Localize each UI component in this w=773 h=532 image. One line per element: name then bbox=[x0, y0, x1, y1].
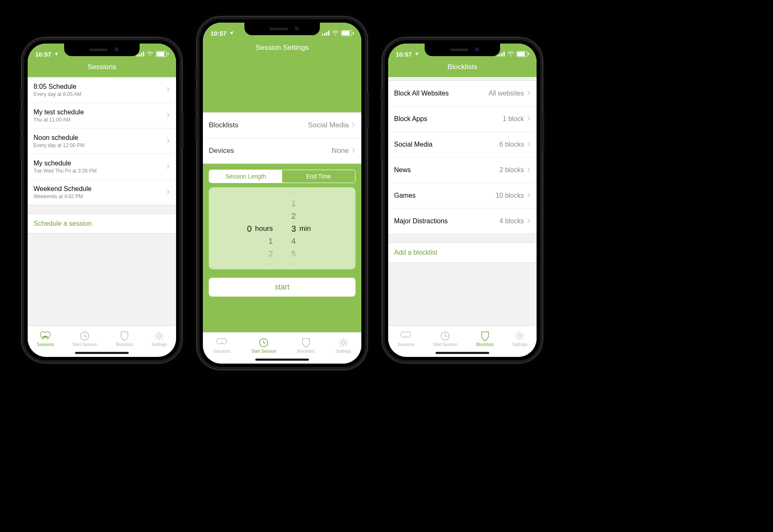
blocklist-name: Major Distractions bbox=[394, 217, 448, 225]
segment-label: Session Length bbox=[226, 173, 266, 180]
svg-point-6 bbox=[510, 55, 511, 56]
clock-icon bbox=[258, 337, 269, 348]
tab-label: Start Session bbox=[433, 342, 458, 347]
segment-label: End Time bbox=[306, 173, 331, 180]
duration-picker[interactable]: 0 hours 1 2 3 0 bbox=[209, 187, 355, 269]
chevron-right-icon bbox=[527, 192, 531, 199]
phone-sessions: 10:57 Sessions bbox=[22, 38, 182, 363]
status-time: 10:57 bbox=[396, 51, 412, 58]
tab-start-session[interactable]: Start Session bbox=[73, 331, 97, 347]
wifi-icon bbox=[332, 30, 339, 37]
tab-label: Blocklists bbox=[297, 349, 315, 354]
chevron-right-icon bbox=[527, 141, 531, 148]
blocklist-value: 2 blocks bbox=[499, 166, 524, 174]
session-row[interactable]: My schedule Tue Wed Thu Fri at 3:35 PM bbox=[28, 154, 176, 180]
home-indicator[interactable] bbox=[75, 352, 129, 354]
blocklist-value: All websites bbox=[489, 90, 524, 97]
home-indicator[interactable] bbox=[255, 359, 309, 361]
row-value: None bbox=[332, 147, 349, 155]
session-row[interactable]: Weekend Schedule Weekends at 4:02 PM bbox=[28, 180, 176, 205]
location-icon bbox=[54, 51, 59, 58]
tab-settings[interactable]: Settings bbox=[152, 331, 167, 347]
blocklist-name: Social Media bbox=[394, 140, 433, 149]
header-spacer bbox=[203, 58, 361, 112]
tab-blocklists[interactable]: Blocklists bbox=[476, 331, 494, 347]
blocklist-row[interactable]: Games 10 blocks bbox=[388, 183, 537, 209]
blocklist-row[interactable]: News 2 blocks bbox=[388, 158, 537, 183]
segment-end-time[interactable]: End Time bbox=[282, 170, 355, 183]
chevron-right-icon bbox=[166, 112, 170, 119]
volume-mute-button bbox=[381, 88, 382, 101]
action-label: Schedule a session bbox=[34, 220, 92, 227]
tab-label: Blocklists bbox=[476, 342, 494, 347]
hours-unit: hours bbox=[255, 225, 273, 233]
session-detail: Thu at 11:00 AM bbox=[34, 117, 84, 123]
chevron-right-icon bbox=[527, 90, 531, 97]
minutes-wheel[interactable]: 0 1 2 3 min 4 5 6 bbox=[282, 190, 352, 267]
wifi-icon bbox=[147, 51, 153, 58]
devices-row[interactable]: Devices None bbox=[203, 138, 361, 163]
tab-settings[interactable]: Settings bbox=[512, 331, 527, 347]
location-icon bbox=[414, 51, 419, 58]
navbar: Blocklists bbox=[388, 62, 537, 77]
mins-unit: min bbox=[299, 225, 311, 233]
page-title: Session Settings bbox=[256, 43, 309, 52]
start-button[interactable]: start bbox=[209, 278, 355, 297]
settings-list: Blocklists Social Media Devices None bbox=[203, 112, 361, 164]
blocklist-row[interactable]: Block Apps 1 block bbox=[388, 106, 537, 132]
tab-blocklists[interactable]: Blocklists bbox=[116, 331, 133, 347]
battery-icon bbox=[341, 30, 354, 36]
schedule-session-button[interactable]: Schedule a session bbox=[28, 214, 176, 234]
blocklist-name: Games bbox=[394, 191, 416, 200]
shield-icon bbox=[119, 331, 130, 341]
session-row[interactable]: 8:05 Schedule Every day at 8:05 AM bbox=[28, 77, 176, 103]
cell-signal-icon bbox=[322, 31, 329, 36]
blocklist-value: 10 blocks bbox=[495, 192, 524, 199]
tab-blocklists[interactable]: Blocklists bbox=[297, 337, 315, 354]
chevron-right-icon bbox=[527, 217, 531, 225]
gear-icon bbox=[154, 331, 165, 341]
segment-session-length[interactable]: Session Length bbox=[209, 170, 282, 183]
add-blocklist-button[interactable]: Add a blocklist bbox=[388, 243, 537, 263]
tab-label: Sessions bbox=[213, 349, 231, 354]
blocklist-row[interactable]: Major Distractions 4 blocks bbox=[388, 209, 537, 234]
tab-sessions[interactable]: Sessions bbox=[397, 331, 415, 347]
butterfly-icon bbox=[39, 331, 52, 341]
svg-point-3 bbox=[335, 34, 336, 35]
tab-start-session[interactable]: Start Session bbox=[252, 337, 276, 354]
volume-down-button bbox=[20, 137, 22, 160]
session-row[interactable]: My test schedule Thu at 11:00 AM bbox=[28, 103, 176, 129]
tab-sessions[interactable]: Sessions bbox=[37, 331, 54, 347]
session-detail: Tue Wed Thu Fri at 3:35 PM bbox=[34, 168, 97, 174]
blocklist-row[interactable]: Block All Websites All websites bbox=[388, 81, 537, 106]
session-name: My test schedule bbox=[34, 108, 84, 116]
notch bbox=[64, 44, 140, 56]
chevron-right-icon bbox=[166, 163, 170, 170]
sessions-list: 8:05 Schedule Every day at 8:05 AM My te… bbox=[28, 77, 176, 205]
session-name: My schedule bbox=[34, 159, 97, 168]
row-label: Blocklists bbox=[209, 121, 239, 129]
session-name: 8:05 Schedule bbox=[34, 83, 81, 91]
volume-up-button bbox=[20, 109, 22, 132]
chevron-right-icon bbox=[351, 147, 355, 155]
tab-settings[interactable]: Settings bbox=[336, 337, 351, 354]
start-label: start bbox=[275, 283, 289, 291]
session-detail: Every day at 8:05 AM bbox=[34, 91, 81, 98]
navbar: Sessions bbox=[28, 62, 176, 77]
chevron-right-icon bbox=[166, 189, 170, 196]
shield-icon bbox=[480, 331, 490, 341]
clock-icon bbox=[79, 331, 90, 341]
shield-icon bbox=[301, 337, 311, 348]
tab-label: Sessions bbox=[397, 342, 415, 347]
tab-sessions[interactable]: Sessions bbox=[213, 337, 231, 354]
blocklist-row[interactable]: Social Media 6 blocks bbox=[388, 132, 537, 158]
tab-start-session[interactable]: Start Session bbox=[433, 331, 458, 347]
tab-label: Settings bbox=[336, 349, 351, 354]
chevron-right-icon bbox=[166, 86, 170, 94]
session-name: Weekend Schedule bbox=[34, 185, 91, 193]
svg-point-5 bbox=[342, 341, 345, 344]
blocklists-row[interactable]: Blocklists Social Media bbox=[203, 113, 361, 138]
home-indicator[interactable] bbox=[436, 352, 489, 354]
session-row[interactable]: Noon schedule Every day at 12:00 PM bbox=[28, 129, 176, 154]
hours-wheel[interactable]: 0 hours 1 2 3 bbox=[212, 190, 282, 267]
